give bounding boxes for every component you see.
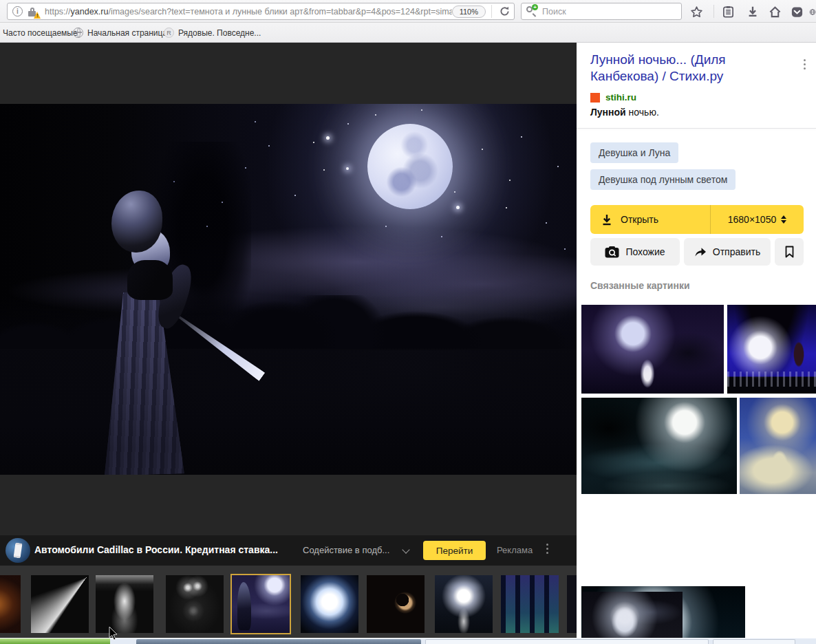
open-button[interactable]: Открыть 1680×1050 [590,205,804,234]
home-icon[interactable] [766,3,783,20]
result-title-link[interactable]: Лунной ночью... (Диля Канбекова) / Стихи… [590,52,783,85]
tag-girl-moonlight[interactable]: Девушка под лунным светом [590,169,736,190]
source-row[interactable]: stihi.ru [590,92,636,103]
pocket-icon[interactable] [788,3,805,20]
filmstrip-thumb-2[interactable] [31,575,89,633]
site-link[interactable]: stihi.ru [605,92,636,103]
image-details-panel: Лунной ночью... (Диля Канбекова) / Стихи… [577,43,816,638]
filmstrip-thumb-8[interactable] [435,575,493,633]
woman-hair [111,191,162,253]
bookmarks-toolbar: Часто посещаемые Начальная страница R Ря… [0,23,816,43]
library-icon[interactable] [720,3,736,20]
related-image-4[interactable] [740,398,816,494]
tag-girl-and-moon[interactable]: Девушка и Луна [590,142,678,163]
navigation-toolbar: i ! https://yandex.ru/images/search?text… [0,0,816,23]
filmstrip-thumb-selected[interactable] [230,574,291,634]
similar-images-button[interactable]: Похожие [590,238,680,266]
woman-corset [127,260,173,300]
results-filmstrip [0,566,577,638]
main-preview-image[interactable] [0,104,577,475]
globe-icon [73,28,83,38]
related-image-2[interactable] [727,305,816,394]
mouse-cursor [109,627,118,641]
filmstrip-thumb-10[interactable] [567,575,577,633]
search-input[interactable] [541,6,681,17]
bookmark-item-frequent[interactable]: Часто посещаемые [3,23,78,43]
ad-avatar[interactable] [6,538,30,563]
related-images-heading: Связанные картинки [590,280,690,291]
size-sort-arrows-icon [781,215,786,224]
resolution-selector[interactable]: 1680×1050 [711,205,804,234]
snippet-text: Лунной ночью. [590,107,659,118]
lake-reflection [0,349,577,475]
taskbar-window-button[interactable] [713,639,795,644]
filmstrip-thumb-1[interactable] [0,575,21,633]
bookmark-star-icon[interactable] [688,3,705,20]
mixed-content-lock-icon[interactable]: ! [27,6,39,17]
bookmark-item-ryadovye[interactable]: R Рядовые. Повседне... [164,23,261,43]
site-favicon [590,93,600,103]
ad-banner: Автомобили Cadillac в России. Кредитная … [0,535,577,566]
add-search-engine-badge: + [532,4,538,10]
filmstrip-thumb-9[interactable] [501,575,559,633]
url-bar[interactable]: i ! https://yandex.ru/images/search?text… [7,3,515,20]
menu-globe-icon[interactable] [809,3,816,20]
related-image-3[interactable] [581,398,737,494]
bookmark-icon [784,246,795,258]
taskbar-window-button[interactable] [425,639,709,644]
full-moon [367,124,453,209]
ad-title[interactable]: Автомобили Cadillac в России. Кредитная … [34,544,278,555]
downloads-icon[interactable] [744,3,761,20]
share-arrow-icon [694,246,707,257]
start-button[interactable] [0,638,110,644]
taskbar-active-window-button[interactable] [136,639,421,644]
chevron-down-icon[interactable] [402,546,409,553]
image-viewer-area: Автомобили Cadillac в России. Кредитная … [0,43,577,638]
os-taskbar [0,638,816,644]
filmstrip-thumb-7[interactable] [367,575,425,633]
filmstrip-thumb-4[interactable] [166,575,224,633]
search-engine-icon[interactable]: + [526,6,538,18]
download-icon [601,214,612,226]
toolbar-separator [713,5,714,18]
divider [577,128,816,129]
camera-search-icon [605,246,619,258]
ad-assist-dropdown[interactable]: Содействие в подб... [303,545,389,555]
stars [0,104,1,105]
zoom-level-badge[interactable]: 110% [452,6,486,18]
ad-label: Реклама [497,545,533,555]
ad-go-button[interactable]: Перейти [423,541,486,560]
bookmark-item-home[interactable]: Начальная страница [73,23,167,43]
related-image-7[interactable] [582,592,683,638]
url-text[interactable]: https://yandex.ru/images/search?text=тем… [45,7,452,17]
treeline-silhouette [0,295,577,350]
save-to-collection-button[interactable] [775,238,804,266]
page-info-icon[interactable]: i [12,6,23,17]
result-menu-icon[interactable] [804,59,806,69]
site-favicon: R [164,28,174,38]
browser-window: i ! https://yandex.ru/images/search?text… [0,0,816,644]
search-bar[interactable]: + [521,3,682,20]
send-button[interactable]: Отправить [684,238,771,266]
filmstrip-thumb-6[interactable] [301,575,358,633]
reload-icon[interactable] [496,4,513,19]
related-image-1[interactable] [581,305,724,394]
filmstrip-thumb-3[interactable] [96,575,153,633]
ad-menu-icon[interactable] [546,544,548,554]
